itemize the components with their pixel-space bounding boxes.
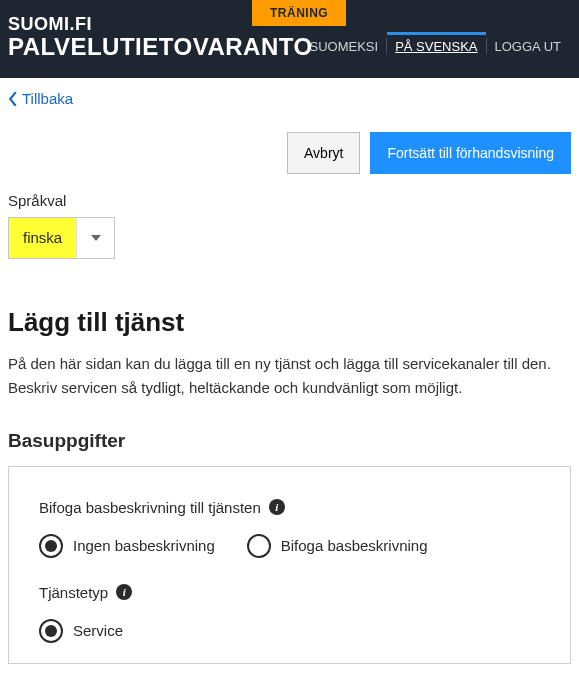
action-buttons: Avbryt Fortsätt till förhandsvisning — [8, 132, 571, 174]
attach-desc-label: Bifoga basbeskrivning till tjänsten i — [39, 499, 540, 516]
radio-button-icon — [39, 619, 63, 643]
page-intro: På den här sidan kan du lägga till en ny… — [8, 352, 568, 400]
chevron-down-icon — [76, 218, 114, 258]
radio-label: Bifoga basbeskrivning — [281, 537, 428, 554]
top-bar: TRÄNING SUOMI.FI PALVELUTIETOVARANTO SUO… — [0, 0, 579, 78]
radio-button-icon — [247, 534, 271, 558]
nav-suomeksi[interactable]: SUOMEKSI — [302, 39, 387, 54]
radio-button-icon — [39, 534, 63, 558]
language-select[interactable]: finska — [8, 217, 115, 259]
radio-label: Ingen basbeskrivning — [73, 537, 215, 554]
radio-label: Service — [73, 622, 123, 639]
nav-svenska[interactable]: PÅ SVENSKA — [387, 32, 485, 54]
info-icon[interactable]: i — [269, 499, 285, 515]
language-label: Språkval — [8, 192, 571, 209]
cancel-button[interactable]: Avbryt — [287, 132, 360, 174]
servicetype-label: Tjänstetyp i — [39, 584, 540, 601]
back-label: Tillbaka — [22, 90, 73, 107]
info-icon[interactable]: i — [116, 584, 132, 600]
continue-button[interactable]: Fortsätt till förhandsvisning — [370, 132, 571, 174]
nav-logout[interactable]: LOGGA UT — [487, 39, 569, 54]
brand-line-2: PALVELUTIETOVARANTO — [8, 33, 313, 61]
top-nav: SUOMEKSI PÅ SVENSKA LOGGA UT — [302, 38, 569, 54]
radio-service[interactable]: Service — [39, 619, 123, 643]
attach-desc-text: Bifoga basbeskrivning till tjänsten — [39, 499, 261, 516]
brand-logo: SUOMI.FI PALVELUTIETOVARANTO — [8, 14, 313, 61]
attach-radio-group: Ingen basbeskrivning Bifoga basbeskrivni… — [39, 534, 540, 558]
back-link[interactable]: Tillbaka — [8, 90, 73, 107]
section-basic-heading: Basuppgifter — [8, 430, 571, 452]
radio-no-basedesc[interactable]: Ingen basbeskrivning — [39, 534, 215, 558]
brand-line-1: SUOMI.FI — [8, 14, 313, 35]
servicetype-radio-group: Service — [39, 619, 540, 643]
language-value: finska — [9, 218, 76, 258]
chevron-left-icon — [8, 92, 18, 106]
servicetype-text: Tjänstetyp — [39, 584, 108, 601]
page-title: Lägg till tjänst — [8, 307, 571, 338]
radio-attach-basedesc[interactable]: Bifoga basbeskrivning — [247, 534, 428, 558]
basic-info-card: Bifoga basbeskrivning till tjänsten i In… — [8, 466, 571, 664]
